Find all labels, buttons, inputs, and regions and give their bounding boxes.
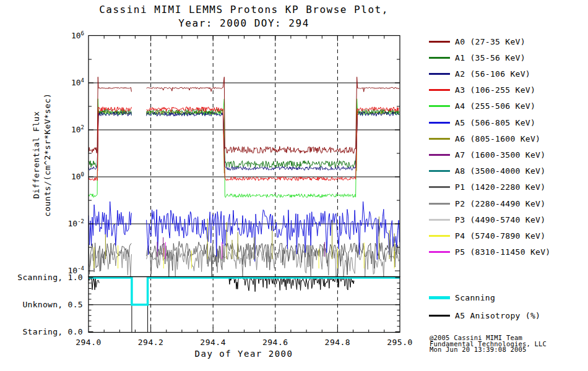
- legend-p3: P3 (4490-5740 KeV): [429, 214, 545, 225]
- x-tick-label: 294.2: [131, 338, 171, 347]
- legend-a0: A0 (27-35 KeV): [429, 36, 525, 47]
- legend-a1-label: A1 (35-56 KeV): [455, 53, 525, 62]
- legend-a0-label: A0 (27-35 KeV): [455, 37, 525, 46]
- legend-a4-color-line: [429, 105, 450, 107]
- legend-scanning-color-line: [429, 296, 450, 299]
- legend-p4: P4 (5740-7890 KeV): [429, 230, 545, 241]
- y-tick-label: 10-2: [54, 218, 84, 228]
- legend-a5: A5 (506-805 KeV): [429, 117, 535, 128]
- y-tick-label: 106: [54, 30, 84, 40]
- y-tick-label: 100: [54, 171, 84, 181]
- legend-a1-color-line: [429, 57, 450, 59]
- mode-label-scanning: Scanning, 1.0: [4, 273, 83, 282]
- x-tick-label: 294.0: [69, 338, 108, 347]
- mode-label-staring: Staring, 0.0: [4, 327, 83, 336]
- legend-a8-color-line: [429, 170, 450, 172]
- y-tick-label: 104: [54, 77, 84, 87]
- y-axis-label: Differential Flux: [32, 25, 41, 285]
- x-tick-label: 294.8: [318, 338, 357, 347]
- legend-a5-label: A5 (506-805 KeV): [455, 118, 535, 127]
- legend-a5-color-line: [429, 122, 450, 124]
- legend-a7-label: A7 (1600-3500 KeV): [455, 150, 545, 160]
- legend-p2: P2 (2280-4490 KeV): [429, 198, 545, 209]
- plot-title: Cassini MIMI LEMMS Protons KP Browse Plo…: [71, 4, 417, 15]
- legend-scanning-label: Scanning: [455, 293, 495, 302]
- legend-a2-color-line: [429, 73, 450, 75]
- legend-a3: A3 (106-255 KeV): [429, 85, 535, 96]
- legend-a3-label: A3 (106-255 KeV): [455, 85, 535, 95]
- legend-a7-color-line: [429, 154, 450, 156]
- plot-subtitle: Year: 2000 DOY: 294: [71, 17, 417, 29]
- legend-a5-anisotropy-color-line: [429, 315, 450, 317]
- legend-p5: P5 (8310-11450 KeV): [429, 247, 550, 258]
- kp-browse-plot: Cassini MIMI LEMMS Protons KP Browse Plo…: [0, 0, 588, 371]
- mode-label-unknown: Unknown, 0.5: [4, 300, 83, 309]
- legend-a1: A1 (35-56 KeV): [429, 52, 525, 63]
- legend-p3-color-line: [429, 219, 450, 221]
- x-tick-label: 295.0: [380, 338, 420, 347]
- legend-p2-label: P2 (2280-4490 KeV): [455, 199, 545, 208]
- legend-p5-color-line: [429, 251, 450, 253]
- legend-p5-label: P5 (8310-11450 KeV): [455, 247, 550, 257]
- legend-a7: A7 (1600-3500 KeV): [429, 149, 545, 160]
- legend-a8: A8 (3500-4000 KeV): [429, 166, 545, 177]
- credit-text: @2005 Cassini MIMI Team Fundamental Tech…: [430, 335, 547, 353]
- legend-a5-anisotropy: A5 Anisotropy (%): [429, 310, 540, 321]
- x-tick-label: 294.4: [193, 338, 233, 347]
- legend-p3-label: P3 (4490-5740 KeV): [455, 215, 545, 224]
- legend-a2-label: A2 (56-106 KeV): [455, 69, 530, 79]
- legend-a6-label: A6 (805-1600 KeV): [455, 134, 540, 143]
- credit-line-3: Mon Jun 20 13:39:08 2005: [430, 347, 547, 353]
- legend-p1-label: P1 (1420-2280 KeV): [455, 182, 545, 192]
- legend-p2-color-line: [429, 203, 450, 205]
- legend-p1: P1 (1420-2280 KeV): [429, 182, 545, 193]
- legend-a3-color-line: [429, 89, 450, 91]
- legend-a2: A2 (56-106 KeV): [429, 68, 530, 79]
- y-axis-units-label: counts/(cm^2*sr*KeV*sec): [43, 25, 52, 285]
- legend-a4-label: A4 (255-506 KeV): [455, 101, 535, 111]
- legend-a0-color-line: [429, 41, 450, 43]
- legend-a8-label: A8 (3500-4000 KeV): [455, 166, 545, 176]
- legend-a5-anisotropy-label: A5 Anisotropy (%): [455, 311, 540, 320]
- legend-a4: A4 (255-506 KeV): [429, 101, 535, 112]
- x-axis-label: Day of Year 2000: [157, 349, 331, 359]
- legend-scanning: Scanning: [429, 292, 495, 303]
- legend-p4-label: P4 (5740-7890 KeV): [455, 231, 545, 241]
- legend-a6: A6 (805-1600 KeV): [429, 133, 540, 144]
- x-tick-label: 294.6: [256, 338, 295, 347]
- legend-p1-color-line: [429, 186, 450, 188]
- y-tick-label: 102: [54, 124, 84, 134]
- legend-a6-color-line: [429, 138, 450, 140]
- legend-p4-color-line: [429, 235, 450, 237]
